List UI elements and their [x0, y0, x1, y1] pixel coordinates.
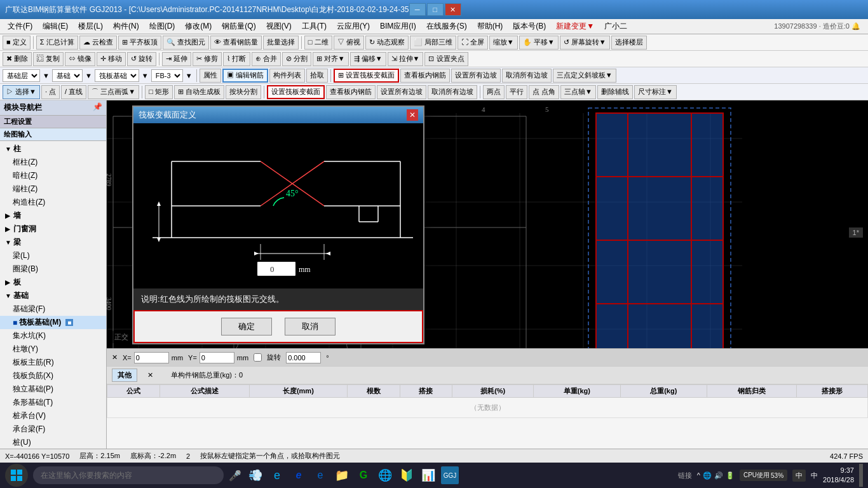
btn-delete[interactable]: ✖ 删除	[3, 52, 32, 66]
btn-corner-angle[interactable]: 点 点角	[529, 85, 559, 99]
sidebar-item-pile[interactable]: 桩(U)	[0, 436, 106, 449]
btn-dynamic[interactable]: ↻ 动态观察	[365, 36, 409, 50]
sidebar-item-iso-found[interactable]: 独立基础(P)	[0, 383, 106, 396]
btn-cloud-check[interactable]: ☁ 云检查	[79, 36, 117, 50]
sidebar-item-endcol[interactable]: 端柱(Z)	[0, 182, 106, 196]
taskbar-icon-ie3[interactable]: e	[311, 466, 329, 484]
btn-2d[interactable]: □ 二维	[304, 36, 332, 50]
modal-cancel-button[interactable]: 取消	[285, 318, 336, 336]
tree-foundation-group[interactable]: ▼ 基础	[0, 289, 106, 302]
section-project-settings[interactable]: 工程设置	[0, 116, 106, 128]
taskbar-icon-ggj[interactable]: GGJ	[441, 466, 459, 484]
btn-zoom[interactable]: 缩放▼	[489, 36, 518, 50]
btn-3pt-slope[interactable]: 三点定义斜坡板▼	[553, 69, 616, 83]
y-input[interactable]	[200, 352, 234, 363]
btn-set-slope[interactable]: 设置所有边坡	[377, 85, 426, 99]
sidebar-item-beam-b[interactable]: 圈梁(B)	[0, 262, 106, 276]
btn-grip[interactable]: ⊡ 设置夹点	[424, 52, 468, 66]
menu-bim[interactable]: BIM应用(I)	[375, 20, 421, 33]
select-type[interactable]: 筏板基础	[95, 69, 139, 82]
btn-trim[interactable]: ✂ 修剪	[193, 52, 222, 66]
close-button[interactable]: ✕	[445, 3, 461, 16]
btn-move[interactable]: ✛ 移动	[97, 52, 126, 66]
btn-block-split[interactable]: 按块分割	[226, 85, 261, 99]
btn-pan[interactable]: ✋ 平移▼	[519, 36, 559, 50]
menu-cloud[interactable]: 云应用(Y)	[332, 20, 375, 33]
menu-view[interactable]: 视图(V)	[261, 20, 297, 33]
btn-parallel[interactable]: 平行	[506, 85, 527, 99]
menu-new-change[interactable]: 新建变更▼	[551, 20, 599, 33]
maximize-button[interactable]: □	[427, 3, 444, 16]
taskbar-icon-ie2[interactable]: e	[290, 466, 308, 484]
lang-indicator[interactable]: 中	[792, 470, 806, 482]
tray-arrow[interactable]: ^	[697, 471, 700, 479]
sidebar-item-raft-neg-rebar[interactable]: 筏板负筋(X)	[0, 369, 106, 383]
btn-cancel-slope[interactable]: 取消所有边坡	[428, 85, 477, 99]
menu-help[interactable]: 帮助(H)	[472, 20, 508, 33]
menu-online[interactable]: 在线服务(S)	[421, 20, 472, 33]
sidebar-item-pile-cap[interactable]: 桩承台(V)	[0, 409, 106, 423]
taskbar-icon-g[interactable]: G	[355, 466, 372, 484]
btn-delete-aux[interactable]: 删除辅线	[597, 85, 633, 99]
btn-stretch[interactable]: ⇲ 拉伸▼	[388, 52, 424, 66]
btn-split[interactable]: ⊘ 分割	[282, 52, 311, 66]
cad-canvas-area[interactable]: 6 8 1 2 3 4 5 2789 3400 A	[107, 100, 868, 348]
sidebar-item-col-base[interactable]: 柱墩(Y)	[0, 342, 106, 356]
btn-set-raft-section2[interactable]: 设置筏板变截面	[267, 85, 325, 99]
btn-find[interactable]: 🔍 查找图元	[163, 36, 209, 50]
tree-wall-group[interactable]: ▶ 墙	[0, 209, 106, 222]
show-desktop-btn[interactable]	[859, 464, 863, 487]
btn-view-inner-rebar[interactable]: 查看板内钢筋	[326, 85, 376, 99]
taskbar-search-input[interactable]	[33, 466, 224, 484]
btn-set-all-slope[interactable]: 设置所有边坡	[451, 69, 501, 83]
sidebar-item-hidcol[interactable]: 暗柱(Z)	[0, 169, 106, 182]
btn-top-view[interactable]: ▽ 俯视	[334, 36, 364, 50]
tree-slab-group[interactable]: ▶ 板	[0, 276, 106, 289]
tree-beam-group[interactable]: ▼ 梁	[0, 236, 106, 249]
btn-property[interactable]: 属性	[200, 69, 221, 83]
menu-file[interactable]: 文件(F)	[3, 20, 37, 33]
btn-align[interactable]: ⊞ 对齐▼	[313, 52, 349, 66]
sidebar-item-slab-main-rebar[interactable]: 板板主筋(R)	[0, 356, 106, 369]
sidebar-item-sump[interactable]: 集水坑(K)	[0, 329, 106, 342]
sidebar-item-cap-beam[interactable]: 承台梁(F)	[0, 423, 106, 436]
sidebar-item-found-beam[interactable]: 基础梁(F)	[0, 302, 106, 316]
tree-door-group[interactable]: ▶ 门窗洞	[0, 222, 106, 236]
x-input[interactable]	[134, 352, 169, 363]
menu-version[interactable]: 版本号(B)	[508, 20, 551, 33]
close-btn-bottom[interactable]: ✕	[147, 371, 153, 379]
btn-define[interactable]: ■ 定义	[3, 36, 31, 50]
btn-fullscreen[interactable]: ⛶ 全屏	[458, 36, 488, 50]
modal-confirm-button[interactable]: 确定	[221, 318, 272, 336]
section-draw-input[interactable]: 绘图输入	[0, 128, 106, 141]
rotate-checkbox[interactable]	[254, 353, 262, 362]
select-component[interactable]: FB-3	[151, 69, 183, 82]
btn-break[interactable]: ⌇ 打断	[223, 52, 250, 66]
tab-other[interactable]: 其他	[112, 369, 137, 382]
coords-close-icon[interactable]: ✕	[112, 353, 118, 362]
modal-close-button[interactable]: ✕	[407, 109, 418, 121]
menu-draw[interactable]: 绘图(D)	[144, 20, 180, 33]
btn-calc[interactable]: Σ 汇总计算	[36, 36, 78, 50]
btn-auto-slab[interactable]: ⊞ 自动生成板	[174, 85, 224, 99]
btn-batch-select[interactable]: 批量选择	[263, 36, 299, 50]
btn-line[interactable]: / 直线	[61, 85, 86, 99]
sidebar-item-constcol[interactable]: 构造柱(Z)	[0, 196, 106, 209]
btn-view-plate-rebar[interactable]: 查看板内钢筋	[400, 69, 450, 83]
tree-col-group[interactable]: ▼ 柱	[0, 142, 106, 156]
btn-3pts-axis[interactable]: 三点轴▼	[560, 85, 596, 99]
btn-arc[interactable]: ⌒ 三点画弧▼	[88, 85, 139, 99]
btn-mirror[interactable]: ⇔ 镜像	[65, 52, 95, 66]
btn-view-rebar[interactable]: 👁 查看钢筋量	[210, 36, 262, 50]
rotate-input[interactable]	[286, 352, 321, 363]
btn-rect[interactable]: □ 矩形	[145, 85, 173, 99]
btn-screen-rotate[interactable]: ↺ 屏幕旋转▼	[560, 36, 610, 50]
select-floor[interactable]: 基础层	[3, 69, 40, 82]
btn-edit-rebar[interactable]: ▣ 编辑钢筋	[222, 69, 268, 83]
taskbar-icon-globe[interactable]: 🌐	[376, 466, 394, 484]
menu-edit[interactable]: 编辑(E)	[37, 20, 73, 33]
btn-pick[interactable]: 拾取	[306, 69, 328, 83]
sidebar-item-strip-found[interactable]: 条形基础(T)	[0, 396, 106, 409]
btn-set-raft-section[interactable]: ⊞ 设置筏板变截面	[334, 69, 399, 83]
taskbar-icon-shield[interactable]: 🔰	[398, 466, 416, 484]
